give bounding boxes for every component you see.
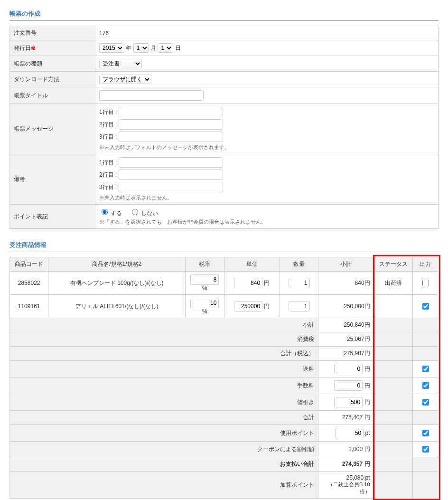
output-checkbox[interactable] — [422, 366, 429, 372]
remark-note: ※未入力時は表示されません。 — [99, 194, 434, 201]
issue-date-cell: 2015 年 1 月 1 日 — [95, 40, 439, 56]
point-note: ※「する」を選択されても、お客様が非会員の場合は表示されません。 — [99, 218, 434, 226]
order-no-label: 注文番号 — [10, 26, 95, 40]
day-select[interactable]: 1 — [158, 43, 173, 53]
remark-line3-input[interactable] — [119, 182, 223, 192]
doc-type-select[interactable]: 受注書 — [99, 59, 142, 68]
output-checkbox[interactable] — [422, 382, 429, 389]
discount-input[interactable] — [334, 397, 363, 407]
hdr-qty: 数量 — [280, 257, 318, 272]
price-input[interactable] — [234, 301, 262, 311]
hdr-subtotal: 小計 — [318, 257, 374, 272]
fee-input[interactable] — [334, 380, 363, 391]
remark-line1-input[interactable] — [119, 157, 223, 168]
order-no-value: 176 — [95, 26, 439, 40]
hdr-name: 商品名/規格1/規格2 — [48, 257, 186, 272]
output-checkbox[interactable] — [422, 430, 429, 436]
output-checkbox[interactable] — [422, 399, 429, 406]
divider — [9, 252, 439, 252]
output-checkbox[interactable] — [422, 446, 429, 453]
section-prod-title: 受注商品情報 — [9, 241, 439, 249]
download-method-select[interactable]: ブラウザに開く — [99, 75, 151, 84]
use-pt-input[interactable] — [335, 428, 364, 438]
radio-do[interactable]: する — [99, 210, 122, 217]
output-checkbox[interactable] — [422, 280, 429, 286]
hdr-status: ステータス — [374, 257, 412, 272]
doc-title-input[interactable] — [99, 90, 204, 101]
tax-input[interactable] — [190, 274, 219, 285]
table-row: 1109161 アリエル ALIEL601/(なし)/(なし) % 円 250,… — [10, 295, 439, 318]
message-note: ※未入力時はデフォルトのメッセージが表示されます。 — [99, 144, 434, 151]
doc-title-label: 帳票タイトル — [10, 87, 95, 104]
shipping-input[interactable] — [334, 364, 363, 374]
form-table: 注文番号 176 発行日※ 2015 年 1 月 1 日 帳票の種類 受注書 ダ… — [9, 26, 439, 229]
message-label: 帳票メッセージ — [10, 104, 95, 154]
qty-input[interactable] — [289, 278, 310, 288]
hdr-output: 出力 — [412, 257, 438, 272]
hdr-tax: 税率 — [186, 257, 224, 272]
remark-line2-input[interactable] — [119, 170, 223, 180]
year-select[interactable]: 2015 — [99, 43, 124, 53]
required-mark: ※ — [31, 45, 36, 51]
radio-dont[interactable]: しない — [130, 210, 158, 217]
tax-input[interactable] — [190, 298, 219, 308]
product-table: 商品コード 商品名/規格1/規格2 税率 単価 数量 小計 ステータス 出力 2… — [9, 257, 439, 499]
divider — [9, 20, 439, 21]
doc-type-label: 帳票の種類 — [10, 56, 95, 72]
section-form-title: 帳票の作成 — [9, 9, 439, 18]
output-checkbox[interactable] — [422, 303, 429, 310]
msg-line1-input[interactable] — [119, 107, 223, 117]
qty-input[interactable] — [289, 301, 310, 311]
msg-line3-input[interactable] — [119, 132, 223, 142]
point-display-label: ポイント表記 — [10, 205, 95, 229]
hdr-price: 単価 — [224, 257, 280, 272]
month-select[interactable]: 1 — [133, 43, 149, 53]
hdr-code: 商品コード — [10, 257, 48, 272]
msg-line2-input[interactable] — [119, 119, 223, 130]
issue-date-label: 発行日※ — [10, 40, 95, 56]
remark-label: 備考 — [10, 154, 95, 205]
price-input[interactable] — [234, 278, 262, 288]
table-row: 2858022 有機ヘンプシード 100g/(なし)/(なし) % 円 840円… — [10, 272, 439, 295]
download-method-label: ダウンロード方法 — [10, 72, 95, 87]
